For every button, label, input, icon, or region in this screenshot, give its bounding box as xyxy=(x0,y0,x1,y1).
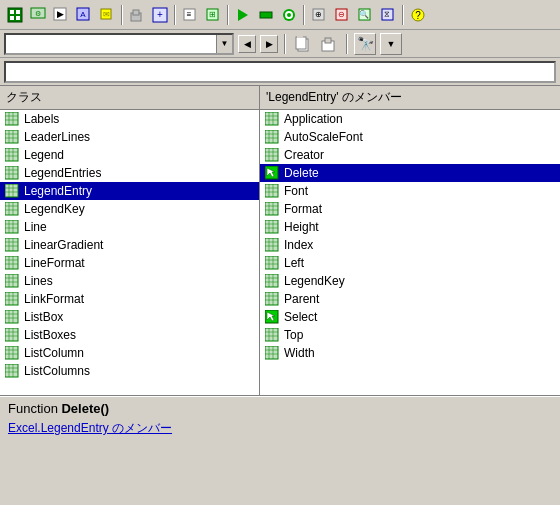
class-list-item[interactable]: Lines xyxy=(0,272,259,290)
class-list-item[interactable]: ListColumn xyxy=(0,344,259,362)
class-list-item[interactable]: Line xyxy=(0,218,259,236)
toolbar-btn-4[interactable]: A xyxy=(73,4,95,26)
class-combo[interactable]: Excel ▼ xyxy=(4,33,234,55)
class-combo-input[interactable]: Excel xyxy=(6,37,216,51)
member-item-icon xyxy=(264,165,280,181)
class-list-item[interactable]: ListBoxes xyxy=(0,326,259,344)
class-list-item[interactable]: LinkFormat xyxy=(0,290,259,308)
svg-rect-4 xyxy=(16,16,20,20)
member-list-item[interactable]: Top xyxy=(260,326,560,344)
member-list-item[interactable]: AutoScaleFont xyxy=(260,128,560,146)
svg-rect-3 xyxy=(10,16,14,20)
member-item-label: Index xyxy=(284,238,313,252)
status-function-name: Delete() xyxy=(61,401,109,416)
class-list-item[interactable]: LegendEntries xyxy=(0,164,259,182)
svg-rect-22 xyxy=(260,12,272,18)
member-list-item[interactable]: Width xyxy=(260,344,560,362)
class-header-label: クラス xyxy=(6,90,42,104)
svg-text:≡: ≡ xyxy=(187,10,192,19)
toolbar-btn-12[interactable]: ⊕ xyxy=(308,4,330,26)
svg-rect-51 xyxy=(5,148,18,161)
member-list-item[interactable]: Height xyxy=(260,218,560,236)
member-item-icon xyxy=(264,129,280,145)
class-list-item[interactable]: LegendKey xyxy=(0,200,259,218)
class-item-icon xyxy=(4,309,20,325)
member-list-item[interactable]: Parent xyxy=(260,290,560,308)
separator-4 xyxy=(303,5,305,25)
class-item-label: Line xyxy=(24,220,47,234)
class-list-item[interactable]: ListColumns xyxy=(0,362,259,380)
toolbar-btn-15[interactable]: ⧖ xyxy=(377,4,399,26)
member-list-item[interactable]: Delete xyxy=(260,164,560,182)
toolbar-btn-5[interactable]: ✉ xyxy=(96,4,118,26)
toolbar-btn-1[interactable] xyxy=(4,4,26,26)
toolbar-btn-9[interactable]: ⊞ xyxy=(202,4,224,26)
separator-5 xyxy=(402,5,404,25)
class-list-item[interactable]: Labels xyxy=(0,110,259,128)
paste-btn[interactable] xyxy=(318,33,340,55)
toolbar-btn-14[interactable]: 🔍 xyxy=(354,4,376,26)
search-binoculars-btn[interactable]: 🔭 xyxy=(354,33,376,55)
nav-next-btn[interactable]: ▶ xyxy=(260,35,278,53)
member-list-item[interactable]: Font xyxy=(260,182,560,200)
class-item-label: LineFormat xyxy=(24,256,85,270)
status-area: Function Delete() Excel.LegendEntry のメンバ… xyxy=(0,396,560,456)
class-item-label: ListBoxes xyxy=(24,328,76,342)
class-list-item[interactable]: LeaderLines xyxy=(0,128,259,146)
class-list[interactable]: Labels LeaderLines Legend LegendEntries … xyxy=(0,110,259,395)
toolbar-btn-11[interactable] xyxy=(278,4,300,26)
class-item-icon xyxy=(4,327,20,343)
member-item-label: Top xyxy=(284,328,303,342)
svg-rect-106 xyxy=(5,346,18,359)
member-list-item[interactable]: Left xyxy=(260,254,560,272)
class-item-label: LegendEntry xyxy=(24,184,92,198)
class-item-icon xyxy=(4,201,20,217)
separator-2 xyxy=(174,5,176,25)
toolbar-btn-8[interactable]: ≡ xyxy=(179,4,201,26)
class-list-item[interactable]: LegendEntry xyxy=(0,182,259,200)
member-list-item[interactable]: Select xyxy=(260,308,560,326)
class-list-item[interactable]: LineFormat xyxy=(0,254,259,272)
class-list-item[interactable]: LinearGradient xyxy=(0,236,259,254)
member-list-item[interactable]: Format xyxy=(260,200,560,218)
dropdown-arrow-btn[interactable]: ▼ xyxy=(380,33,402,55)
search-input-container[interactable] xyxy=(4,61,556,83)
member-list-item[interactable]: LegendKey xyxy=(260,272,560,290)
member-list-item[interactable]: Creator xyxy=(260,146,560,164)
svg-rect-158 xyxy=(265,274,278,287)
member-list-item[interactable]: Application xyxy=(260,110,560,128)
toolbar-btn-2[interactable]: ⚙ xyxy=(27,4,49,26)
toolbar-btn-help[interactable]: ? xyxy=(407,4,429,26)
class-list-item[interactable]: Legend xyxy=(0,146,259,164)
member-item-label: Width xyxy=(284,346,315,360)
svg-rect-40 xyxy=(325,38,331,43)
status-link-label: Excel.LegendEntry のメンバー xyxy=(8,421,172,435)
class-item-icon xyxy=(4,345,20,361)
toolbar-btn-6[interactable] xyxy=(126,4,148,26)
copy-btn[interactable] xyxy=(292,33,314,55)
member-item-icon xyxy=(264,255,280,271)
svg-text:🔍: 🔍 xyxy=(359,9,369,19)
members-list[interactable]: Application AutoScaleFont Creator Delete xyxy=(260,110,560,395)
combo-arrow[interactable]: ▼ xyxy=(216,35,232,53)
toolbar-btn-13[interactable]: ⊖ xyxy=(331,4,353,26)
toolbar-btn-3[interactable]: ▶ xyxy=(50,4,72,26)
class-list-item[interactable]: ListBox xyxy=(0,308,259,326)
svg-rect-138 xyxy=(265,202,278,215)
svg-text:A: A xyxy=(80,10,86,19)
nav-prev-btn[interactable]: ◀ xyxy=(238,35,256,53)
toolbar-btn-10[interactable] xyxy=(255,4,277,26)
member-list-item[interactable]: Index xyxy=(260,236,560,254)
member-item-icon xyxy=(264,309,280,325)
svg-rect-101 xyxy=(5,328,18,341)
toolbar-btn-7[interactable]: + xyxy=(149,4,171,26)
member-item-label: Format xyxy=(284,202,322,216)
main-toolbar: ⚙ ▶ A ✉ + ≡ xyxy=(0,0,560,30)
toolbar-btn-run[interactable] xyxy=(232,4,254,26)
status-prefix: Function xyxy=(8,401,61,416)
class-item-icon xyxy=(4,111,20,127)
status-link[interactable]: Excel.LegendEntry のメンバー xyxy=(8,420,552,437)
search-input[interactable] xyxy=(6,65,554,79)
member-item-label: Delete xyxy=(284,166,319,180)
class-item-icon xyxy=(4,219,20,235)
